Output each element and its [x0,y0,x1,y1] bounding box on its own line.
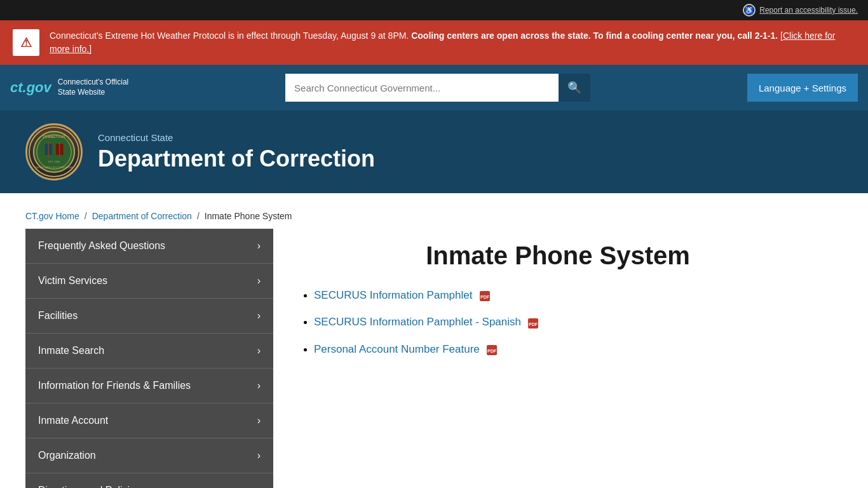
breadcrumb-current: Inmate Phone System [205,211,292,221]
chevron-right-icon: › [257,310,261,322]
alert-bold-text: Cooling centers are open across the stat… [411,30,778,41]
chevron-right-icon: › [257,450,261,461]
logo-line2: State Website [58,88,128,98]
top-bar: ♿ Report an accessibility issue. [0,0,868,20]
svg-text:PDF: PDF [529,322,538,327]
agency-name: Department of Correction [98,146,375,172]
sidebar-item-faq-label: Frequently Asked Questions [38,240,165,252]
svg-text:DEPARTMENT OF CORRECTION: DEPARTMENT OF CORRECTION [35,166,73,169]
breadcrumb-home[interactable]: CT.gov Home [25,211,79,221]
sidebar-item-facilities[interactable]: Facilities › [25,299,273,334]
language-settings-button[interactable]: Language + Settings [747,74,858,102]
breadcrumb-sep1: / [85,211,87,221]
ct-gov-logo[interactable]: ct.gov Connecticut's Official State Webs… [10,78,128,97]
search-button[interactable]: 🔍 [559,74,590,102]
ct-logo-text: Connecticut's Official State Website [58,78,128,97]
accessibility-link[interactable]: ♿ Report an accessibility issue. [743,4,858,17]
chevron-right-icon: › [257,415,261,426]
breadcrumb: CT.gov Home / Department of Correction /… [25,203,843,229]
sidebar-item-faq[interactable]: Frequently Asked Questions › [25,229,273,264]
agency-seal: CONNECTICUT DEPARTMENT OF CORRECTION EST… [25,123,83,180]
sidebar-item-victim-label: Victim Services [38,275,107,287]
svg-text:CONNECTICUT: CONNECTICUT [43,135,65,139]
search-input[interactable] [285,74,559,102]
sidebar-item-inmate-account[interactable]: Inmate Account › [25,403,273,438]
sidebar-item-inmate-account-label: Inmate Account [38,415,108,426]
ct-logo-emblem: ct.gov [10,79,51,96]
chevron-right-icon: › [257,380,261,391]
content-layout: Frequently Asked Questions › Victim Serv… [25,229,843,488]
personal-account-link[interactable]: Personal Account Number Feature [314,343,480,355]
list-item: SECURUS Information Pamphlet PDF [314,289,817,302]
chevron-right-icon: › [257,485,261,488]
logo-line1: Connecticut's Official [58,78,128,88]
sidebar-item-friends-label: Information for Friends & Families [38,380,191,391]
list-item: Personal Account Number Feature PDF [314,343,817,356]
sidebar-item-directives-label: Directives and Policies [38,485,140,488]
securus-pamphlet-spanish-link[interactable]: SECURUS Information Pamphlet - Spanish [314,316,521,328]
pdf-icon: PDF [486,344,498,356]
securus-pamphlet-link[interactable]: SECURUS Information Pamphlet [314,289,472,301]
sidebar-item-inmate-search[interactable]: Inmate Search › [25,334,273,369]
seal-inner: CONNECTICUT DEPARTMENT OF CORRECTION EST… [29,126,79,177]
content-links-list: SECURUS Information Pamphlet PDF SECURUS… [299,289,817,356]
agency-subtitle: Connecticut State [98,132,375,143]
accessibility-icon: ♿ [743,4,756,17]
sidebar-item-directives-policies[interactable]: Directives and Policies › [25,473,273,488]
alert-icon: ⚠ [13,29,39,56]
alert-text: Connecticut's Extreme Hot Weather Protoc… [50,29,855,56]
breadcrumb-dept[interactable]: Department of Correction [92,211,192,221]
sidebar-item-organization[interactable]: Organization › [25,438,273,473]
sidebar-item-inmate-search-label: Inmate Search [38,345,104,356]
search-icon: 🔍 [567,81,581,95]
chevron-right-icon: › [257,345,261,356]
svg-text:PDF: PDF [487,349,497,353]
agency-title: Connecticut State Department of Correcti… [98,132,375,172]
alert-banner: ⚠ Connecticut's Extreme Hot Weather Prot… [0,20,868,65]
sidebar-item-organization-label: Organization [38,450,96,461]
breadcrumb-sep2: / [197,211,200,221]
pdf-icon: PDF [527,317,539,329]
svg-text:PDF: PDF [480,295,490,299]
alert-normal-text: Connecticut's Extreme Hot Weather Protoc… [50,30,409,41]
sidebar-item-friends-families[interactable]: Information for Friends & Families › [25,369,273,403]
list-item: SECURUS Information Pamphlet - Spanish P… [314,316,817,329]
chevron-right-icon: › [257,240,261,252]
sidebar-item-victim-services[interactable]: Victim Services › [25,264,273,299]
main-content: CT.gov Home / Department of Correction /… [0,193,868,488]
page-content: Inmate Phone System SECURUS Information … [273,229,843,383]
search-container: 🔍 [285,74,590,102]
sidebar-item-facilities-label: Facilities [38,310,78,322]
navbar: ct.gov Connecticut's Official State Webs… [0,65,868,111]
chevron-right-icon: › [257,275,261,287]
accessibility-text: Report an accessibility issue. [759,6,858,15]
svg-text:EST. 1968: EST. 1968 [48,160,60,163]
page-title: Inmate Phone System [299,241,817,270]
agency-header: CONNECTICUT DEPARTMENT OF CORRECTION EST… [0,111,868,193]
sidebar: Frequently Asked Questions › Victim Serv… [25,229,273,488]
pdf-icon: PDF [479,290,491,302]
